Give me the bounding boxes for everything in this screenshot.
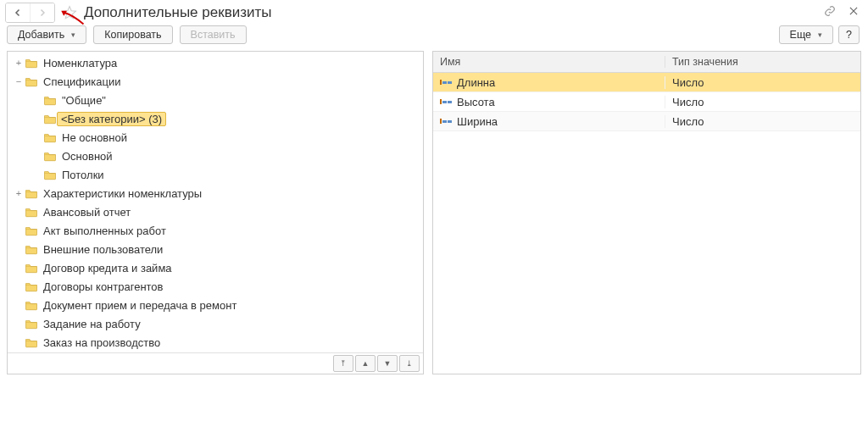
folder-icon	[25, 225, 38, 236]
favorite-star-icon[interactable]	[62, 5, 77, 20]
tree-item-label: Договоры контрагентов	[42, 280, 165, 293]
tree-row[interactable]: Договоры контрагентов	[8, 277, 423, 296]
attribute-icon	[440, 119, 452, 124]
tree-row[interactable]: −Спецификации	[8, 72, 423, 91]
cell-type: Число	[665, 115, 860, 128]
tree-row[interactable]: Потолки	[8, 165, 423, 184]
add-button[interactable]: Добавить ▾	[7, 25, 86, 44]
tree-item-label: <Без категории> (3)	[57, 112, 166, 126]
tree-item-label: Потолки	[60, 169, 106, 181]
forward-button[interactable]	[30, 3, 54, 22]
folder-icon	[25, 57, 38, 69]
tree-row[interactable]: Документ прием и передача в ремонт	[8, 296, 423, 314]
folder-icon	[25, 299, 38, 311]
move-up-button[interactable]: ▲	[355, 355, 376, 372]
folder-icon	[43, 150, 57, 162]
tree-footer: ⤒ ▲ ▼ ⤓	[8, 352, 423, 374]
tree-row[interactable]: Задание на работу	[8, 314, 423, 333]
folder-icon	[25, 262, 38, 274]
attribute-icon	[440, 80, 452, 85]
tree-item-label: Номенклатура	[42, 57, 119, 69]
back-button[interactable]	[6, 3, 30, 22]
content-panes: +Номенклатура−Спецификации"Общие"<Без ка…	[0, 51, 868, 374]
tree-item-label: Заказ на производство	[42, 336, 162, 349]
folder-icon	[25, 75, 38, 87]
tree-item-label: Основной	[60, 150, 114, 163]
table-row[interactable]: ШиринаЧисло	[433, 112, 860, 131]
cell-name: Ширина	[433, 115, 665, 128]
tree-row[interactable]: <Без категории> (3)	[8, 109, 423, 128]
window-header: Дополнительные реквизиты	[0, 0, 868, 25]
tree-item-label: Не основной	[60, 131, 129, 144]
tree-item-label: Задание на работу	[42, 318, 142, 330]
attribute-name: Длинна	[457, 76, 495, 89]
tree-row[interactable]: Заказ на производство	[8, 333, 423, 352]
expand-icon[interactable]: +	[13, 188, 25, 198]
cell-name: Длинна	[433, 76, 665, 89]
tree-item-label: Договор кредита и займа	[42, 262, 174, 274]
folder-icon	[25, 318, 38, 330]
move-down-button[interactable]: ▼	[377, 355, 398, 372]
help-button[interactable]: ?	[838, 25, 860, 44]
folder-icon	[25, 336, 38, 348]
tree-row[interactable]: +Характеристики номенклатуры	[8, 184, 423, 202]
tree-item-label: "Общие"	[60, 94, 108, 107]
help-button-label: ?	[846, 29, 852, 41]
expand-icon[interactable]: +	[13, 58, 25, 68]
tree-row[interactable]: +Номенклатура	[8, 53, 423, 72]
paste-button-label: Вставить	[191, 29, 236, 41]
tree-item-label: Акт выполненных работ	[42, 225, 168, 237]
caret-down-icon: ▾	[818, 30, 822, 39]
collapse-icon[interactable]: −	[13, 76, 25, 86]
folder-icon	[43, 131, 57, 143]
cell-name: Высота	[433, 96, 665, 108]
more-button-label: Еще	[790, 29, 811, 41]
tree-item-label: Внешние пользователи	[42, 243, 164, 256]
folder-icon	[43, 169, 57, 180]
folder-icon	[25, 243, 38, 255]
tree-item-label: Документ прием и передача в ремонт	[42, 299, 238, 312]
add-button-label: Добавить	[18, 29, 64, 41]
close-icon[interactable]	[848, 5, 860, 19]
attribute-name: Ширина	[457, 115, 498, 128]
nav-group	[5, 3, 55, 23]
page-title: Дополнительные реквизиты	[84, 4, 271, 21]
folder-icon	[25, 206, 38, 218]
table-pane: Имя Тип значения ДлиннаЧислоВысотаЧислоШ…	[432, 51, 861, 374]
folder-icon	[25, 280, 38, 292]
attribute-name: Высота	[457, 96, 495, 108]
caret-down-icon: ▾	[71, 30, 75, 39]
tree-row[interactable]: "Общие"	[8, 91, 423, 109]
paste-button[interactable]: Вставить	[180, 25, 247, 44]
tree-row[interactable]: Акт выполненных работ	[8, 221, 423, 240]
folder-icon	[43, 113, 57, 125]
tree-row[interactable]: Внешние пользователи	[8, 240, 423, 258]
tree-pane: +Номенклатура−Спецификации"Общие"<Без ка…	[7, 51, 424, 374]
folder-icon	[43, 94, 57, 106]
tree-item-label: Характеристики номенклатуры	[42, 187, 203, 200]
more-button[interactable]: Еще ▾	[779, 25, 833, 44]
tree-row[interactable]: Основной	[8, 147, 423, 165]
tree-item-label: Спецификации	[42, 75, 123, 88]
toolbar: Добавить ▾ Копировать Вставить Еще ▾ ?	[0, 25, 868, 51]
tree-item-label: Авансовый отчет	[42, 206, 132, 219]
cell-type: Число	[665, 76, 860, 89]
table-row[interactable]: ВысотаЧисло	[433, 92, 860, 112]
table-header: Имя Тип значения	[433, 52, 860, 73]
col-type-header[interactable]: Тип значения	[665, 56, 860, 68]
attribute-icon	[440, 99, 452, 104]
tree-row[interactable]: Авансовый отчет	[8, 202, 423, 221]
folder-icon	[25, 187, 38, 199]
move-bottom-button[interactable]: ⤓	[399, 355, 420, 372]
table-body[interactable]: ДлиннаЧислоВысотаЧислоШиринаЧисло	[433, 73, 860, 374]
tree-row[interactable]: Не основной	[8, 128, 423, 147]
link-icon[interactable]	[824, 5, 836, 19]
copy-button[interactable]: Копировать	[93, 25, 172, 44]
copy-button-label: Копировать	[104, 29, 161, 41]
tree-row[interactable]: Договор кредита и займа	[8, 258, 423, 277]
category-tree[interactable]: +Номенклатура−Спецификации"Общие"<Без ка…	[8, 52, 423, 352]
move-top-button[interactable]: ⤒	[333, 355, 353, 372]
col-name-header[interactable]: Имя	[433, 56, 665, 68]
cell-type: Число	[665, 96, 860, 108]
table-row[interactable]: ДлиннаЧисло	[433, 73, 860, 92]
